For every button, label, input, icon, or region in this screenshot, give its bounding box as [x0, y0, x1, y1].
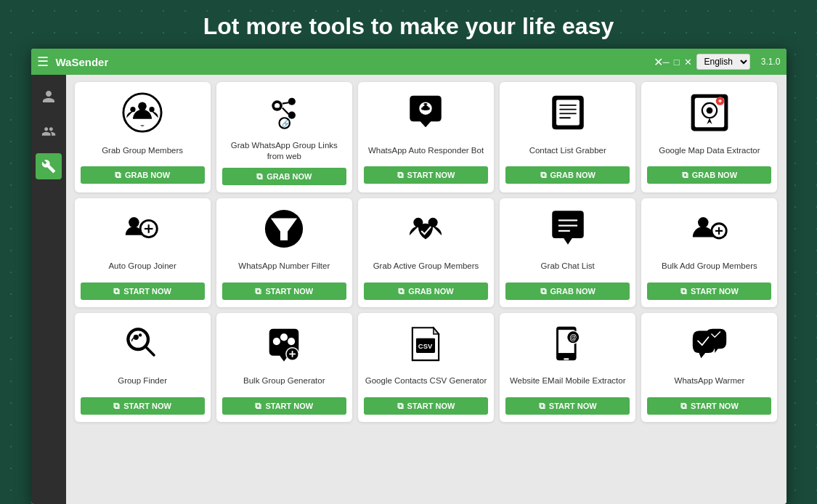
auto-group-joiner-button[interactable]: ⧉ START NOW — [81, 283, 205, 300]
tool-card-whatsapp-warmer: WhatsApp Warmer ⧉ START NOW — [641, 313, 777, 422]
whatsapp-auto-responder-btn-icon: ⧉ — [397, 170, 404, 180]
whatsapp-auto-responder-label: WhatsApp Auto Responder Bot — [368, 140, 484, 160]
svg-line-7 — [283, 102, 289, 103]
tool-card-auto-group-joiner: Auto Group Joiner ⧉ START NOW — [75, 198, 211, 307]
google-map-extractor-button[interactable]: ⧉ GRAB NOW — [647, 166, 771, 184]
grab-whatsapp-group-links-button[interactable]: ⧉ GRAB NOW — [222, 168, 346, 185]
tool-card-bulk-add-group-members: Bulk Add Group Members ⧉ START NOW — [641, 198, 777, 307]
grab-group-members-btn-icon: ⧉ — [115, 170, 121, 180]
grab-active-group-members-button[interactable]: ⧉ GRAB NOW — [364, 283, 488, 300]
sidebar-item-person[interactable] — [36, 84, 62, 110]
language-selector[interactable]: English — [696, 54, 750, 70]
group-finder-button[interactable]: ⧉ START NOW — [81, 397, 205, 415]
version-label: 3.1.0 — [761, 57, 781, 67]
svg-line-51 — [147, 348, 154, 355]
svg-text:CSV: CSV — [418, 342, 433, 350]
svg-point-42 — [698, 217, 709, 228]
svg-rect-14 — [422, 107, 431, 110]
svg-rect-62 — [564, 358, 569, 359]
page-title: Lot more tools to make your life easy — [0, 0, 817, 49]
auto-group-joiner-label: Auto Group Joiner — [108, 256, 176, 277]
sidebar-item-tools[interactable] — [36, 153, 62, 179]
tool-card-whatsapp-number-filter: WhatsApp Number Filter ⧉ START NOW — [216, 198, 352, 307]
titlebar: ☰ WaSender ✕ ─ □ ✕ English 3.1.0 — [31, 49, 786, 75]
svg-point-50 — [139, 333, 142, 336]
sidebar-item-group[interactable] — [36, 118, 62, 145]
website-email-extractor-btn-icon: ⧉ — [539, 401, 545, 411]
contact-list-grabber-btn-icon: ⧉ — [540, 170, 547, 180]
grab-active-group-members-label: Grab Active Group Members — [373, 256, 479, 277]
grab-active-group-members-btn-icon: ⧉ — [398, 286, 405, 296]
google-contacts-csv-label: Google Contacts CSV Generator — [365, 371, 487, 391]
auto-group-joiner-icon — [121, 207, 164, 251]
grab-whatsapp-group-links-icon: 🔗 — [262, 91, 306, 134]
svg-point-1 — [138, 102, 147, 111]
svg-point-54 — [280, 333, 288, 341]
minimize-button[interactable]: ─ — [662, 57, 669, 68]
tool-card-contact-list-grabber: Contact List Grabber ⧉ GRAB NOW — [500, 82, 635, 192]
grab-chat-list-button[interactable]: ⧉ GRAB NOW — [505, 283, 630, 300]
svg-point-2 — [130, 107, 135, 112]
maximize-button[interactable]: □ — [674, 57, 680, 68]
tool-card-group-finder: Group Finder ⧉ START NOW — [75, 313, 211, 422]
svg-point-6 — [288, 112, 296, 119]
tool-card-grab-whatsapp-group-links: 🔗 Grab WhatsApp Group Links from web ⧉ G… — [216, 82, 352, 192]
google-map-extractor-btn-icon: ⧉ — [682, 170, 688, 180]
bulk-group-generator-label: Bulk Group Generator — [243, 371, 325, 391]
bulk-add-group-members-icon — [688, 207, 731, 251]
grab-chat-list-label: Grab Chat List — [541, 256, 595, 277]
website-email-extractor-button[interactable]: ⧉ START NOW — [505, 397, 630, 415]
google-contacts-csv-button[interactable]: ⧉ START NOW — [364, 397, 488, 415]
contact-list-grabber-button[interactable]: ⧉ GRAB NOW — [505, 166, 630, 184]
svg-text:@: @ — [569, 333, 577, 341]
group-finder-label: Group Finder — [118, 371, 167, 391]
sidebar — [31, 75, 66, 504]
tool-card-google-contacts-csv: CSV Google Contacts CSV Generator ⧉ STAR… — [358, 313, 494, 422]
auto-group-joiner-btn-icon: ⧉ — [113, 286, 120, 296]
contact-list-grabber-label: Contact List Grabber — [529, 140, 606, 160]
grab-whatsapp-group-links-btn-icon: ⧉ — [256, 171, 263, 182]
contact-list-grabber-icon — [546, 91, 590, 134]
svg-point-15 — [423, 104, 425, 106]
whatsapp-warmer-button[interactable]: ⧉ START NOW — [647, 397, 771, 415]
grab-whatsapp-group-links-label: Grab WhatsApp Group Links from web — [222, 140, 346, 162]
svg-text:🔗: 🔗 — [282, 119, 290, 128]
tool-card-whatsapp-auto-responder: WhatsApp Auto Responder Bot ⧉ START NOW — [358, 82, 494, 192]
grab-chat-list-btn-icon: ⧉ — [540, 286, 547, 296]
svg-point-52 — [273, 338, 280, 345]
bulk-group-generator-btn-icon: ⧉ — [255, 401, 261, 411]
tools-grid: Grab Group Members ⧉ GRAB NOW — [75, 82, 778, 422]
whatsapp-auto-responder-button[interactable]: ⧉ START NOW — [364, 166, 488, 184]
tool-card-website-email-extractor: @ Website EMail Mobile Extractor ⧉ START… — [500, 313, 635, 422]
bulk-add-group-members-button[interactable]: ⧉ START NOW — [647, 283, 771, 300]
svg-point-26 — [707, 107, 713, 114]
whatsapp-warmer-btn-icon: ⧉ — [680, 401, 687, 411]
window: ☰ WaSender ✕ ─ □ ✕ English 3.1.0 — [31, 49, 786, 504]
google-map-extractor-label: Google Map Data Extractor — [659, 140, 760, 160]
grab-group-members-button[interactable]: ⧉ GRAB NOW — [81, 166, 205, 184]
menu-icon[interactable]: ☰ — [37, 54, 49, 70]
settings-icon[interactable]: ✕ — [654, 55, 663, 69]
main-layout: Grab Group Members ⧉ GRAB NOW — [31, 75, 786, 504]
whatsapp-warmer-icon — [688, 322, 731, 365]
svg-line-8 — [283, 107, 289, 114]
svg-point-16 — [427, 104, 429, 106]
svg-point-9 — [275, 103, 280, 108]
close-button[interactable]: ✕ — [684, 57, 692, 68]
tool-card-google-map-extractor: Google Map Data Extractor ⧉ GRAB NOW — [641, 82, 777, 192]
content: Grab Group Members ⧉ GRAB NOW — [66, 75, 786, 504]
tool-card-grab-group-members: Grab Group Members ⧉ GRAB NOW — [75, 82, 211, 192]
window-controls: ─ □ ✕ — [662, 57, 691, 68]
svg-point-30 — [129, 217, 139, 228]
whatsapp-number-filter-label: WhatsApp Number Filter — [238, 256, 330, 277]
whatsapp-warmer-label: WhatsApp Warmer — [675, 371, 745, 391]
google-contacts-csv-icon: CSV — [404, 322, 447, 365]
google-map-extractor-icon — [688, 91, 731, 134]
website-email-extractor-icon: @ — [546, 322, 590, 365]
whatsapp-number-filter-button[interactable]: ⧉ START NOW — [222, 283, 346, 300]
grab-group-members-icon — [121, 91, 164, 134]
whatsapp-number-filter-icon — [262, 207, 306, 251]
bulk-group-generator-button[interactable]: ⧉ START NOW — [222, 397, 346, 415]
group-finder-icon — [121, 322, 164, 365]
svg-rect-17 — [556, 100, 580, 126]
